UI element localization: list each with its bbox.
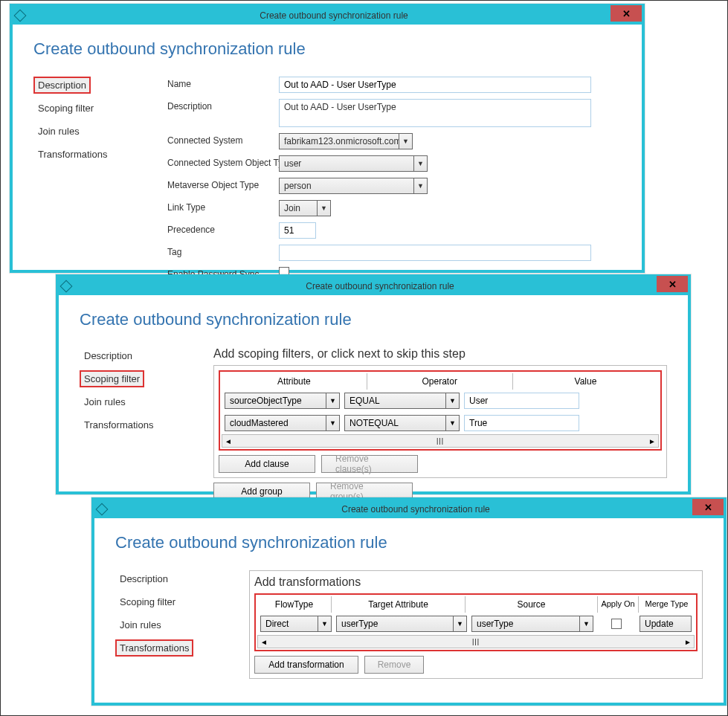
sidebar-item-transformations[interactable]: Transformations <box>33 146 112 163</box>
flowtype-combo[interactable]: Direct▼ <box>260 616 332 632</box>
label-tag: Tag <box>167 245 279 257</box>
merge-type-combo[interactable]: Update <box>640 616 692 632</box>
scope-row1-attr-combo[interactable]: cloudMastered▼ <box>225 415 340 431</box>
source-combo[interactable]: userType▼ <box>471 616 593 632</box>
apply-on-checkbox[interactable] <box>611 619 622 629</box>
sidebar-item-transformations[interactable]: Transformations <box>80 416 158 433</box>
col-apply-on: Apply On <box>598 596 639 613</box>
chevron-down-icon: ▼ <box>413 178 427 193</box>
sidebar-item-join-rules[interactable]: Join rules <box>80 393 130 410</box>
window-decal-icon <box>60 280 73 293</box>
chevron-down-icon: ▼ <box>399 134 412 149</box>
label-connected-system: Connected System <box>167 133 279 146</box>
connected-system-combo[interactable]: fabrikam123.onmicrosoft.com - A ▼ <box>279 133 413 149</box>
scope-row1-op-combo[interactable]: NOTEQUAL▼ <box>344 415 460 431</box>
col-attribute: Attribute <box>222 373 367 390</box>
link-type-combo[interactable]: Join ▼ <box>279 200 331 216</box>
sidebar-item-join-rules[interactable]: Join rules <box>33 123 84 140</box>
remove-transformation-button[interactable]: Remove <box>364 656 424 674</box>
precedence-input[interactable] <box>279 222 316 239</box>
close-button[interactable]: ✕ <box>657 276 688 292</box>
remove-clause-button[interactable]: Remove clause(s) <box>321 455 418 473</box>
label-link-type: Link Type <box>167 200 279 213</box>
scope-row0-attr-combo[interactable]: sourceObjectType▼ <box>225 393 340 409</box>
window-decal-icon <box>14 10 27 22</box>
sidebar-item-description[interactable]: Description <box>33 77 91 94</box>
window-title: Create outbound synchronization rule <box>29 10 639 21</box>
scroll-left-icon[interactable]: ◄ <box>258 638 270 646</box>
chevron-down-icon: ▼ <box>326 393 339 408</box>
name-input[interactable] <box>279 77 591 93</box>
add-clause-button[interactable]: Add clause <box>219 455 315 473</box>
scroll-left-icon[interactable]: ◄ <box>222 437 234 445</box>
cs-object-type-combo[interactable]: user ▼ <box>279 155 428 172</box>
sidebar-item-scoping-filter[interactable]: Scoping filter <box>115 593 180 610</box>
col-source: Source <box>466 596 598 613</box>
tag-input[interactable] <box>279 245 591 261</box>
scroll-right-icon[interactable]: ► <box>682 638 694 646</box>
close-button[interactable]: ✕ <box>611 5 642 22</box>
label-mv-object-type: Metaverse Object Type <box>167 178 279 190</box>
close-button[interactable]: ✕ <box>692 499 724 515</box>
chevron-down-icon: ▼ <box>413 156 427 171</box>
window-title: Create outbound synchronization rule <box>75 281 685 291</box>
chevron-down-icon: ▼ <box>317 201 330 216</box>
label-precedence: Precedence <box>167 222 279 235</box>
scroll-right-icon[interactable]: ► <box>646 437 658 445</box>
sidebar-item-scoping-filter[interactable]: Scoping filter <box>33 100 98 117</box>
col-flowtype: FlowType <box>257 596 332 613</box>
sidebar-item-description[interactable]: Description <box>80 347 137 364</box>
col-operator: Operator <box>367 373 513 390</box>
chevron-down-icon: ▼ <box>318 616 331 631</box>
transform-heading: Add transformations <box>254 575 698 589</box>
add-transformation-button[interactable]: Add transformation <box>254 656 358 674</box>
wizard-sidebar: Description Scoping filter Join rules Tr… <box>80 347 213 500</box>
target-attr-combo[interactable]: userType▼ <box>336 616 467 632</box>
label-description: Description <box>167 99 279 112</box>
scope-row1-value-input[interactable] <box>464 415 579 431</box>
wizard-sidebar: Description Scoping filter Join rules Tr… <box>33 77 167 304</box>
description-input[interactable]: Out to AAD - User UserType <box>279 99 591 127</box>
page-title: Create outbound synchronization rule <box>115 533 703 552</box>
scoping-heading: Add scoping filters, or click next to sk… <box>213 347 667 361</box>
sidebar-item-join-rules[interactable]: Join rules <box>115 616 166 633</box>
col-merge-type: Merge Type <box>639 596 695 613</box>
sidebar-item-transformations[interactable]: Transformations <box>115 639 193 657</box>
page-title: Create outbound synchronization rule <box>33 39 621 59</box>
chevron-down-icon: ▼ <box>453 616 466 631</box>
scope-row0-op-combo[interactable]: EQUAL▼ <box>344 393 460 409</box>
scope-row0-value-input[interactable] <box>464 393 579 409</box>
scroll-grip-icon: ||| <box>437 437 444 445</box>
window-decal-icon <box>96 503 109 516</box>
col-target-attr: Target Attribute <box>332 596 466 613</box>
window-title: Create outbound synchronization rule <box>111 504 721 515</box>
sidebar-item-description[interactable]: Description <box>115 570 173 587</box>
mv-object-type-combo[interactable]: person ▼ <box>279 178 428 194</box>
scope-hscrollbar[interactable]: ◄ ||| ► <box>222 434 659 448</box>
page-title: Create outbound synchronization rule <box>80 310 667 329</box>
transform-hscrollbar[interactable]: ◄ ||| ► <box>257 635 695 648</box>
chevron-down-icon: ▼ <box>445 393 459 408</box>
chevron-down-icon: ▼ <box>445 416 459 430</box>
chevron-down-icon: ▼ <box>579 616 593 631</box>
sidebar-item-scoping-filter[interactable]: Scoping filter <box>80 370 144 387</box>
col-value: Value <box>513 373 659 390</box>
wizard-sidebar: Description Scoping filter Join rules Tr… <box>115 570 249 679</box>
label-name: Name <box>167 77 279 89</box>
scroll-grip-icon: ||| <box>472 638 480 645</box>
chevron-down-icon: ▼ <box>326 416 339 430</box>
